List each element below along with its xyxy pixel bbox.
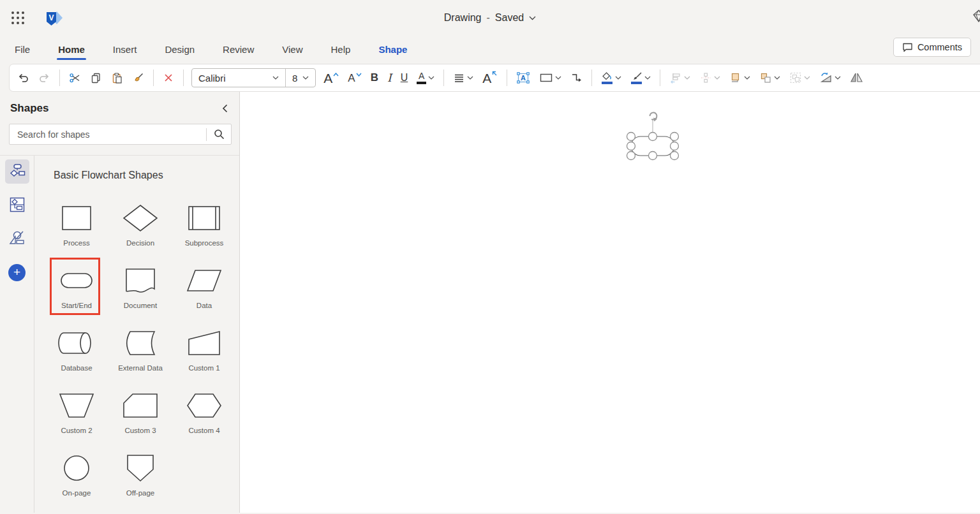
shape-item-custom-4[interactable]: Custom 4 [172,381,236,444]
font-color-button[interactable]: A [413,67,438,89]
connector-button[interactable] [567,67,586,89]
undo-icon [17,72,29,84]
fill-color-icon [601,72,613,84]
shape-item-off-page[interactable]: Off-page [108,444,172,506]
shape-item-decision[interactable]: Decision [108,194,172,256]
text-box-button[interactable]: A [512,67,534,89]
grow-font-button[interactable]: A [320,67,343,89]
menu-file[interactable]: File [13,40,31,59]
font-size-select[interactable]: 8 [285,69,315,87]
shape-item-process[interactable]: Process [45,194,108,256]
panel-body: + Basic Flowchart Shapes Process Decisio… [0,155,239,513]
font-name-select[interactable]: Calibri [192,69,285,87]
line-color-icon [630,72,642,84]
shape-item-label: Custom 1 [188,364,219,372]
paste-button[interactable] [107,67,127,89]
fill-color-button[interactable] [597,67,625,89]
format-painter-button[interactable] [128,67,148,89]
menu-design[interactable]: Design [163,40,196,59]
shape-styles-button[interactable] [535,67,565,89]
underline-button[interactable]: U [397,67,412,89]
shapes-panel-title: Shapes [10,102,48,115]
font-color-icon: A [417,71,426,84]
menu-help[interactable]: Help [330,40,352,59]
shrink-font-button[interactable]: A [344,67,365,89]
shape-search-input[interactable] [10,129,206,140]
menu-insert[interactable]: Insert [112,40,138,59]
group-button[interactable] [785,67,814,89]
copy-button[interactable] [86,67,106,89]
grow-font-letter: A [323,71,332,85]
comments-button[interactable]: Comments [893,38,971,57]
shape-item-custom-1[interactable]: Custom 1 [172,319,236,381]
shape-item-database[interactable]: Database [45,319,108,381]
shape-item-data[interactable]: Data [172,256,236,319]
stencil-basic-flowchart[interactable] [5,159,29,184]
bring-forward-icon [729,71,742,84]
shape-item-external-data[interactable]: External Data [108,319,172,381]
database-shape-icon [56,328,97,358]
cut-icon [69,72,81,84]
shape-item-label: On-page [63,489,91,497]
title-separator: - [486,12,489,24]
separator [591,70,592,86]
drawing-canvas[interactable] [240,92,980,513]
chevron-down-icon [804,76,810,80]
svg-text:V: V [48,13,54,22]
bring-forward-button[interactable] [725,67,754,89]
shape-item-custom-3[interactable]: Custom 3 [108,381,172,444]
chevron-down-icon[interactable] [529,16,536,20]
stencil-strip: + [0,156,34,513]
stencil-drawing-tools[interactable] [5,226,29,250]
shape-item-on-page[interactable]: On-page [45,444,108,506]
drawing-tools-stencil-icon [9,230,26,246]
start-end-shape-icon [56,265,97,296]
visio-logo-icon[interactable]: V [45,9,63,27]
save-status: Saved [495,12,524,24]
shape-item-subprocess[interactable]: Subprocess [172,194,236,256]
selected-canvas-shape[interactable] [620,107,690,166]
cut-button[interactable] [65,67,85,89]
separator [507,70,507,86]
caret-up-icon [333,73,339,77]
text-direction-button[interactable]: A [479,67,501,89]
titlebar: V Drawing - Saved [0,0,980,36]
shape-item-label: Custom 3 [124,427,156,434]
shape-item-label: Subprocess [185,239,224,247]
format-painter-icon [132,72,144,84]
premium-gem-icon[interactable] [972,9,980,23]
align-text-icon [453,72,465,84]
shape-item-document[interactable]: Document [108,256,172,319]
undo-button[interactable] [13,67,33,89]
align-shapes-button[interactable] [665,67,694,89]
menu-review[interactable]: Review [221,40,255,59]
stencil-cross-functional[interactable] [5,193,29,217]
shape-gallery: Basic Flowchart Shapes Process Decision … [34,156,239,513]
delete-button[interactable] [159,67,178,89]
add-stencil-button[interactable]: + [8,264,26,281]
collapse-panel-icon[interactable] [222,104,228,113]
custom-4-shape-icon [184,390,225,421]
redo-button[interactable] [34,67,54,89]
shape-item-start-end[interactable]: Start/End [45,256,108,319]
font-size-value: 8 [292,73,297,84]
bold-button[interactable]: B [367,67,382,89]
change-shape-icon [819,71,833,84]
italic-button[interactable]: I [383,67,396,89]
search-button[interactable] [207,124,231,144]
text-direction-letter: A [482,71,491,85]
menu-shape[interactable]: Shape [377,40,408,59]
line-color-button[interactable] [627,67,655,89]
align-text-button[interactable] [449,67,477,89]
shape-search-box [9,124,232,145]
change-shape-button[interactable] [815,67,845,89]
shapes-panel: Shapes [0,92,240,513]
flip-button[interactable] [846,67,868,89]
menu-view[interactable]: View [281,40,304,59]
shape-item-custom-2[interactable]: Custom 2 [45,381,108,444]
menu-home[interactable]: Home [57,40,86,59]
document-title[interactable]: Drawing - Saved [444,12,536,24]
position-button[interactable] [695,67,724,89]
send-backward-button[interactable] [755,67,784,89]
app-launcher-icon[interactable] [10,10,26,26]
